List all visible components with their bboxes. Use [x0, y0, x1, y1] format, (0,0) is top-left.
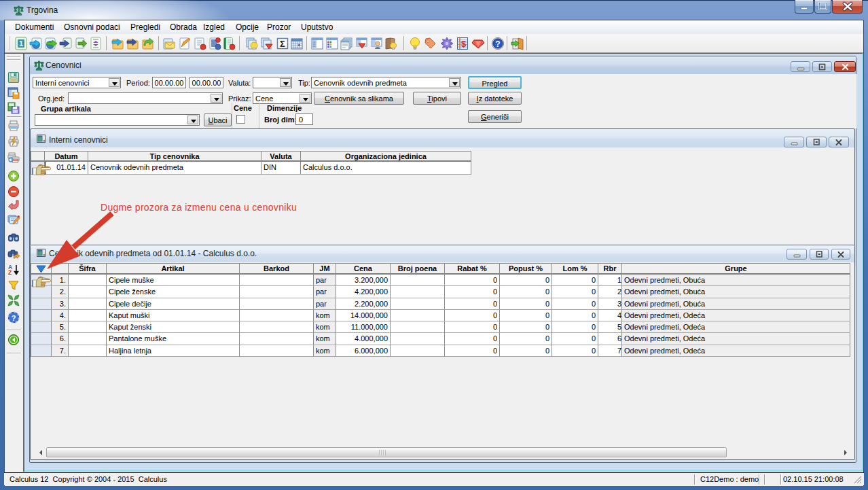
- svg-text:$: $: [461, 39, 467, 49]
- svg-text:Z: Z: [8, 269, 12, 276]
- svg-text:1: 1: [19, 39, 23, 48]
- svg-text:?: ?: [495, 39, 500, 49]
- svg-text:?: ?: [12, 314, 16, 322]
- svg-text:Σ: Σ: [280, 39, 285, 49]
